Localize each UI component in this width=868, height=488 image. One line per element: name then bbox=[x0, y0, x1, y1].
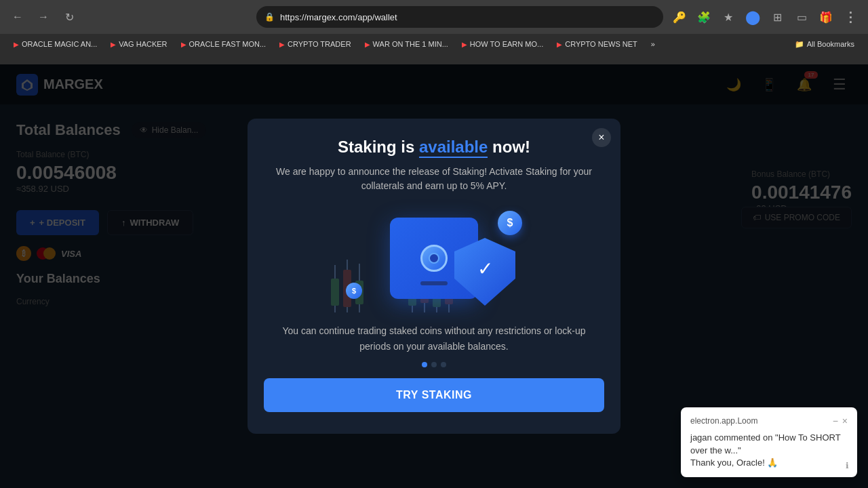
candle-1 bbox=[331, 265, 339, 312]
browser-toolbar: ← → ↻ 🔒 https://margex.com/app/wallet 🔑 … bbox=[0, 0, 868, 34]
dollar-coin-small: $ bbox=[346, 283, 362, 299]
chrome-icon[interactable]: ⬤ bbox=[743, 7, 762, 26]
app-container: MARGEX 🌙 📱 🔔 ☰ Total Balances 👁 Hide Bal… bbox=[0, 64, 868, 488]
youtube-icon-3: ▶ bbox=[279, 41, 285, 48]
try-staking-button[interactable]: TRY STAKING bbox=[264, 378, 604, 412]
modal-title-suffix: now! bbox=[488, 138, 530, 156]
more-icon: » bbox=[651, 40, 655, 48]
back-button[interactable]: ← bbox=[8, 7, 27, 26]
folder-label: All Bookmarks bbox=[807, 40, 854, 48]
password-btn[interactable]: 🔑 bbox=[670, 7, 689, 26]
bookmark-label-3: CRYPTO TRADER bbox=[288, 40, 351, 48]
address-bar[interactable]: 🔒 https://margex.com/app/wallet bbox=[256, 6, 663, 28]
browser-actions: 🔑 🧩 ★ ⬤ ⊞ ▭ 🎁 ⋮ bbox=[670, 7, 860, 26]
bookmark-0[interactable]: ▶ ORACLE MAGIC AN... bbox=[8, 39, 102, 49]
lock-icon: 🔒 bbox=[264, 12, 275, 22]
notification-close-button[interactable]: × bbox=[842, 415, 848, 426]
bookmark-2[interactable]: ▶ ORACLE FAST MON... bbox=[176, 39, 272, 49]
bookmark-label-5: HOW TO EARN MO... bbox=[470, 40, 543, 48]
bookmark-4[interactable]: ▶ WAR ON THE 1 MIN... bbox=[359, 39, 454, 49]
folder-icon: 📁 bbox=[795, 40, 804, 49]
bookmark-5[interactable]: ▶ HOW TO EARN MO... bbox=[456, 39, 549, 49]
notification-source: electron.app.Loom bbox=[690, 416, 757, 426]
bookmarks-more[interactable]: » bbox=[646, 39, 660, 49]
dot-2[interactable] bbox=[431, 362, 437, 367]
shield-body: ✓ bbox=[454, 238, 515, 306]
youtube-icon-1: ▶ bbox=[111, 41, 116, 48]
forward-button[interactable]: → bbox=[34, 7, 53, 26]
bookmarks-bar: ▶ ORACLE MAGIC AN... ▶ VAG HACKER ▶ ORAC… bbox=[0, 34, 868, 54]
youtube-icon-4: ▶ bbox=[365, 41, 370, 48]
modal-description: You can continue trading staked coins wi… bbox=[248, 323, 620, 354]
modal-close-button[interactable]: × bbox=[592, 128, 611, 147]
extensions-btn[interactable]: 🧩 bbox=[694, 7, 713, 26]
notification-message: jagan commented on "How To SHORT over th… bbox=[690, 432, 848, 456]
gift-btn[interactable]: 🎁 bbox=[816, 7, 835, 26]
browser-chrome: ← → ↻ 🔒 https://margex.com/app/wallet 🔑 … bbox=[0, 0, 868, 64]
bookmark-3[interactable]: ▶ CRYPTO TRADER bbox=[274, 39, 357, 49]
notification-info-icon: ℹ bbox=[846, 461, 849, 470]
youtube-icon-6: ▶ bbox=[557, 41, 562, 48]
notification-submessage: Thank you, Oracle! 🙏 bbox=[690, 457, 848, 469]
modal-title-highlight: available bbox=[419, 138, 488, 158]
reload-button[interactable]: ↻ bbox=[60, 7, 79, 26]
bookmark-label-1: VAG HACKER bbox=[119, 40, 167, 48]
safe-slot bbox=[420, 281, 448, 285]
dot-3[interactable] bbox=[441, 362, 446, 367]
modal-subtitle: We are happy to announce the release of … bbox=[248, 157, 620, 193]
staking-modal: × Staking is available now! We are happy… bbox=[248, 119, 620, 434]
bookmark-label-4: WAR ON THE 1 MIN... bbox=[373, 40, 448, 48]
tab-manager-btn[interactable]: ⊞ bbox=[768, 7, 787, 26]
modal-title: Staking is available now! bbox=[248, 119, 620, 157]
notification-minimize-button[interactable]: − bbox=[833, 415, 838, 426]
more-btn[interactable]: ⋮ bbox=[841, 7, 860, 26]
safe-dial bbox=[420, 245, 448, 272]
safe-dial-inner bbox=[429, 253, 439, 264]
notification-popup: electron.app.Loom − × jagan commented on… bbox=[681, 407, 857, 477]
shield-checkmark: ✓ bbox=[477, 258, 493, 280]
modal-illustration: ✓ $ $ bbox=[326, 204, 542, 312]
notification-actions: − × bbox=[833, 415, 848, 426]
bookmark-1[interactable]: ▶ VAG HACKER bbox=[105, 39, 172, 49]
youtube-icon-2: ▶ bbox=[181, 41, 186, 48]
bookmarks-folder[interactable]: 📁 All Bookmarks bbox=[789, 39, 860, 50]
youtube-icon-0: ▶ bbox=[14, 41, 19, 48]
bookmark-6[interactable]: ▶ CRYPTO NEWS NET bbox=[551, 39, 643, 49]
bookmark-btn[interactable]: ★ bbox=[719, 7, 738, 26]
notification-header: electron.app.Loom − × bbox=[690, 415, 848, 426]
modal-title-prefix: Staking is bbox=[338, 138, 419, 156]
dot-1[interactable] bbox=[422, 362, 427, 367]
dollar-coin-large: $ bbox=[498, 211, 522, 235]
url-text: https://margex.com/app/wallet bbox=[280, 12, 397, 22]
shield-illustration: ✓ bbox=[454, 238, 515, 306]
youtube-icon-5: ▶ bbox=[462, 41, 467, 48]
bookmark-label-2: ORACLE FAST MON... bbox=[189, 40, 267, 48]
split-btn[interactable]: ▭ bbox=[792, 7, 811, 26]
bookmark-label-0: ORACLE MAGIC AN... bbox=[22, 40, 97, 48]
modal-pagination-dots bbox=[248, 362, 620, 367]
bookmark-label-6: CRYPTO NEWS NET bbox=[565, 40, 637, 48]
